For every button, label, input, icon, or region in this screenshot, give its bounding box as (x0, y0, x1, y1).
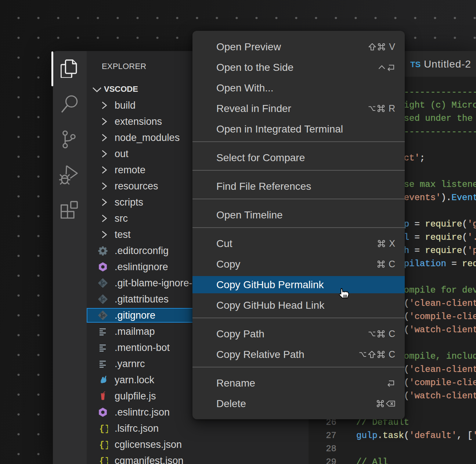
svg-text:{}: {} (99, 440, 108, 450)
svg-text:{}: {} (99, 456, 108, 464)
svg-text:{}: {} (99, 424, 108, 434)
